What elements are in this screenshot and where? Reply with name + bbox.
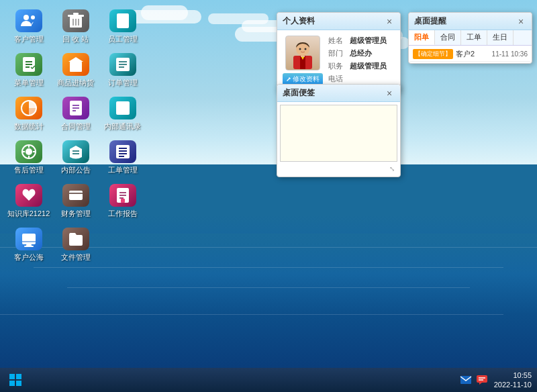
cloud-2 <box>141 5 188 20</box>
icon-data-stats[interactable]: 数据统计 <box>7 94 50 134</box>
icon-customer-mgmt[interactable]: 客户管理 <box>7 7 50 47</box>
info-value-position: 超级管理员 <box>350 61 387 71</box>
reminder-title: 桌面提醒 <box>414 15 446 27</box>
svg-rect-47 <box>121 199 125 203</box>
svg-rect-60 <box>16 374 21 379</box>
icon-data-stats-img <box>15 97 42 119</box>
icon-contract-mgmt[interactable]: 合同管理 <box>54 94 97 134</box>
svg-rect-64 <box>477 375 487 383</box>
personal-info-content: 修改资料 姓名 超级管理员 部门 总经办 职务 超级管理员 电话 <box>277 30 400 92</box>
icon-contract-mgmt-img <box>62 97 89 119</box>
start-button[interactable] <box>5 371 26 389</box>
icon-work-order-img <box>109 140 136 163</box>
info-value-name: 超级管理员 <box>350 36 387 46</box>
svg-point-9 <box>120 16 126 21</box>
icon-recycle-bin-img <box>62 9 89 32</box>
icon-customer-mgmt-label: 客户管理 <box>14 34 44 44</box>
icon-internal-contacts[interactable]: 内部通讯录 <box>101 94 144 134</box>
icon-after-sales[interactable]: 售后管理 <box>7 138 50 178</box>
icon-order-mgmt[interactable]: 菜单管理 <box>7 50 50 91</box>
avatar-image <box>287 37 319 69</box>
sticky-note-close-btn[interactable]: × <box>384 88 395 99</box>
icon-after-sales-img <box>15 140 42 163</box>
reminder-time-0: 11-11 10:36 <box>492 50 528 58</box>
svg-point-0 <box>23 15 29 20</box>
reminder-tab-yangdan[interactable]: 阳单 <box>409 30 435 45</box>
taskbar: 10:55 2022-11-10 <box>0 368 537 392</box>
info-fields: 姓名 超级管理员 部门 总经办 职务 超级管理员 电话 <box>328 36 395 87</box>
svg-rect-15 <box>73 66 79 72</box>
svg-point-1 <box>31 15 35 19</box>
svg-rect-59 <box>9 374 15 379</box>
windows-icon <box>9 373 22 387</box>
svg-point-42 <box>74 195 78 199</box>
icon-finance-mgmt[interactable]: 财务管理 <box>54 181 97 222</box>
icon-employee-mgmt-img <box>109 9 136 32</box>
icon-internal-notice-label: 内部公告 <box>61 165 91 175</box>
icon-knowledge-base[interactable]: 知识库21212 <box>7 181 50 222</box>
icon-goods-instore[interactable]: 商品进纳货 <box>54 50 97 91</box>
icon-work-order-label: 工单管理 <box>108 165 138 175</box>
message-taskbar-icon[interactable] <box>475 373 489 387</box>
personal-info-close-btn[interactable]: × <box>384 16 395 27</box>
reminder-item-0: 【确定细节】 客户2 11-11 10:36 <box>410 47 530 62</box>
icon-customer-mgmt-img <box>15 9 42 32</box>
icon-work-order[interactable]: 工单管理 <box>101 138 144 178</box>
svg-rect-61 <box>9 381 15 386</box>
reminder-tabs: 阳单 合同 工单 生日 <box>409 30 532 46</box>
icon-invoice-mgmt[interactable]: 订单管理 <box>101 50 144 91</box>
reminder-tab-birthday[interactable]: 生日 <box>487 30 514 45</box>
reminder-tab-contract[interactable]: 合同 <box>435 30 461 45</box>
taskbar-date-display: 2022-11-10 <box>494 380 532 389</box>
info-label-phone: 电话 <box>328 74 347 84</box>
taskbar-left <box>5 371 26 389</box>
desktop: 客户管理 回 收 站 <box>0 0 537 392</box>
personal-info-header: 个人资料 × <box>277 13 400 30</box>
info-row-phone: 电话 <box>328 74 395 84</box>
icon-contract-mgmt-label: 合同管理 <box>61 121 91 132</box>
reminder-close-btn[interactable]: × <box>516 16 526 27</box>
reminder-tab-workorder[interactable]: 工单 <box>461 30 487 45</box>
email-taskbar-icon[interactable] <box>459 373 473 387</box>
desktop-icon-grid: 客户管理 回 收 站 <box>7 7 148 392</box>
icon-employee-mgmt-label: 员工管理 <box>108 34 138 44</box>
personal-info-panel: 个人资料 × <box>277 12 401 93</box>
icon-customer-portal[interactable]: 客户公海 <box>7 225 50 265</box>
reminder-tag-0[interactable]: 【确定细节】 <box>413 49 453 59</box>
info-row-dept: 部门 总经办 <box>328 48 395 58</box>
svg-rect-63 <box>460 376 471 384</box>
icon-work-report[interactable]: 工作报告 <box>101 181 144 222</box>
icon-knowledge-base-img <box>15 184 42 207</box>
icon-data-stats-label: 数据统计 <box>14 121 44 132</box>
icon-file-mgmt[interactable]: 文件管理 <box>54 225 97 265</box>
sticky-note-content: ⤡ <box>277 102 400 177</box>
taskbar-time-display: 10:55 <box>494 371 532 380</box>
svg-rect-50 <box>24 246 34 247</box>
icon-internal-contacts-img <box>109 97 136 119</box>
taskbar-datetime: 10:55 2022-11-10 <box>494 371 532 390</box>
icon-finance-mgmt-label: 财务管理 <box>61 209 91 219</box>
icon-internal-notice[interactable]: 内部公告 <box>54 138 97 178</box>
info-label-name: 姓名 <box>328 36 347 46</box>
icon-employee-mgmt[interactable]: 员工管理 <box>101 7 144 47</box>
icon-invoice-mgmt-img <box>109 53 136 76</box>
icon-recycle-bin[interactable]: 回 收 站 <box>54 7 97 47</box>
svg-rect-3 <box>68 15 84 17</box>
icon-file-mgmt-label: 文件管理 <box>61 252 91 262</box>
sticky-expand-icon[interactable]: ⤡ <box>389 165 395 173</box>
user-avatar <box>285 36 320 70</box>
edit-profile-label: 修改资料 <box>293 75 320 84</box>
svg-point-57 <box>299 48 301 50</box>
icon-goods-instore-img <box>62 53 89 76</box>
reminder-list: 【确定细节】 客户2 11-11 10:36 <box>409 46 532 63</box>
svg-rect-4 <box>73 13 79 15</box>
svg-rect-62 <box>16 381 21 386</box>
icon-file-mgmt-img <box>62 228 89 250</box>
taskbar-right: 10:55 2022-11-10 <box>459 371 532 390</box>
reminder-panel: 桌面提醒 × 阳单 合同 工单 生日 【确定细节】 客户2 11-11 10:3… <box>408 12 532 64</box>
personal-info-title: 个人资料 <box>283 15 315 27</box>
info-value-dept: 总经办 <box>350 48 372 58</box>
sticky-note-textarea[interactable] <box>280 105 397 162</box>
sticky-note-header: 桌面便签 × <box>277 85 400 102</box>
edit-icon <box>286 77 291 82</box>
